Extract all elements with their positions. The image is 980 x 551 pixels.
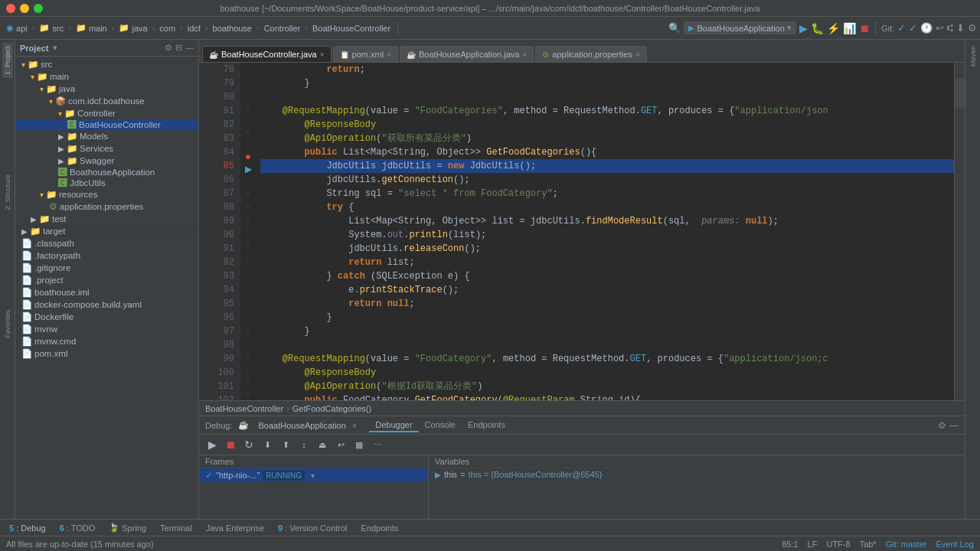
project-collapse-icon[interactable]: ⊟ xyxy=(175,43,182,53)
debug-rerun-icon[interactable]: ↻ xyxy=(240,436,257,453)
debug-step-over-icon[interactable]: ⬇ xyxy=(259,436,276,453)
debug-tab-debugger[interactable]: Debugger xyxy=(369,419,418,432)
profile-button[interactable]: 📊 xyxy=(843,22,856,34)
debug-stop-icon[interactable]: ⏹ xyxy=(222,436,239,453)
toolbar-boathouse-controller[interactable]: BoatHouseController xyxy=(309,22,394,34)
git-history-icon[interactable]: 🕐 xyxy=(920,22,933,34)
bottom-tab-todo[interactable]: 6 : TODO xyxy=(54,522,102,534)
toolbar-idcf[interactable]: idcf xyxy=(185,22,204,34)
tree-resources[interactable]: ▾ 📁 resources xyxy=(15,188,198,201)
debug-more-icon[interactable]: ⋯ xyxy=(369,436,386,453)
breadcrumb-controller[interactable]: BoatHouseController xyxy=(205,404,283,413)
tree-java[interactable]: ▾ 📁 java xyxy=(15,83,198,95)
status-event-log[interactable]: Event Log xyxy=(936,540,974,549)
minimize-button[interactable] xyxy=(20,4,29,13)
tree-app-properties[interactable]: ⚙ application.properties xyxy=(15,201,198,213)
project-settings-icon[interactable]: ⚙ xyxy=(165,43,172,53)
tree-docker-compose[interactable]: 📄 docker-compose.build.yaml xyxy=(15,298,198,311)
settings-icon[interactable]: ⚙ xyxy=(968,22,977,34)
toolbar-main[interactable]: 📁 main xyxy=(73,21,110,34)
code-editor[interactable]: return; } @RequestMapping(value = "FoodC… xyxy=(256,63,954,400)
tree-src[interactable]: ▾ 📁 src xyxy=(15,58,198,70)
coverage-button[interactable]: ⚡ xyxy=(827,22,840,34)
breadcrumb-method[interactable]: GetFoodCategories() xyxy=(292,404,371,413)
project-panel-toggle[interactable]: 1: Project xyxy=(2,43,13,78)
debug-step-into-icon[interactable]: ⬆ xyxy=(277,436,294,453)
toolbar-controller[interactable]: Controller xyxy=(261,22,304,34)
app-runner-dropdown[interactable]: ▶ BoaatHouseApplication ▾ xyxy=(684,21,795,34)
tree-mvnw-cmd[interactable]: 📄 mvnw.cmd xyxy=(15,335,198,347)
tab-boathouse-controller[interactable]: ☕ BoatHouseController.java × xyxy=(202,46,332,62)
minimap-scrollbar[interactable] xyxy=(954,63,965,400)
debug-run-cursor-icon[interactable]: ⏏ xyxy=(314,436,331,453)
toolbar-com[interactable]: com xyxy=(156,22,178,34)
tab-pom[interactable]: 📋 pom.xml × xyxy=(333,46,398,62)
toolbar-api[interactable]: ◉ api xyxy=(3,21,31,34)
tree-package[interactable]: ▾ 📦 com.idcf.boathouse xyxy=(15,95,198,107)
debug-minimize-icon[interactable]: — xyxy=(949,420,959,431)
tab-close-props[interactable]: × xyxy=(635,51,640,59)
git-update-icon[interactable]: ⬇ xyxy=(956,22,965,34)
tree-test[interactable]: ▶ 📁 test xyxy=(15,213,198,225)
tree-factorypath[interactable]: 📄 .factorypath xyxy=(15,249,198,262)
debug-run-button[interactable]: 🐛 xyxy=(811,22,824,34)
tree-main[interactable]: ▾ 📁 main xyxy=(15,70,198,83)
close-button[interactable] xyxy=(6,4,15,13)
toolbar-src[interactable]: 📁 src xyxy=(36,21,67,34)
debug-evaluate-icon[interactable]: ↩ xyxy=(332,436,349,453)
tree-gitignore[interactable]: 📄 .gitignore xyxy=(15,262,198,274)
structure-panel-toggle[interactable]: 2: Structure xyxy=(2,171,13,214)
git-branches-icon[interactable]: ⑆ xyxy=(947,22,953,34)
maven-panel-toggle[interactable]: Maven xyxy=(969,46,977,67)
tree-boathouse-controller[interactable]: 🅲 BoatHouseController xyxy=(15,119,198,130)
bottom-tab-spring[interactable]: 🍃 Spring xyxy=(103,521,152,534)
bottom-tab-terminal[interactable]: Terminal xyxy=(154,522,198,534)
tree-services[interactable]: ▶ 📁 Services xyxy=(15,142,198,155)
tree-boathouse-app[interactable]: 🅲 BoathouseApplication xyxy=(15,167,198,178)
tree-dockerfile[interactable]: 📄 Dockerfile xyxy=(15,311,198,323)
bottom-tab-java-enterprise[interactable]: Java Enterprise xyxy=(200,522,270,534)
tree-boathouse-iml[interactable]: 📄 boathouse.iml xyxy=(15,286,198,298)
title-bar: boathouse [~/Documents/WorkSpace/BoatHou… xyxy=(0,0,980,17)
run-button[interactable]: ▶ xyxy=(799,22,808,34)
tree-jdbc-utils[interactable]: 🅲 JdbcUtils xyxy=(15,178,198,188)
bottom-tab-version-control[interactable]: 9 : Version Control xyxy=(272,522,353,534)
tree-classpath[interactable]: 📄 .classpath xyxy=(15,237,198,249)
tab-close-pom[interactable]: × xyxy=(387,51,391,59)
tab-close-controller[interactable]: × xyxy=(320,51,325,59)
debug-tab-console[interactable]: Console xyxy=(419,419,462,432)
git-rollback-icon[interactable]: ↩ xyxy=(936,22,944,34)
maximize-button[interactable] xyxy=(34,4,43,13)
tab-boathouse-app[interactable]: ☕ BoatHouseApplication.java × xyxy=(400,46,534,62)
toolbar-java[interactable]: 📁 java xyxy=(116,21,150,34)
tree-controller-folder[interactable]: ▾ 📁 Controller xyxy=(15,107,198,119)
project-hide-icon[interactable]: — xyxy=(185,43,194,53)
debug-frames-icon[interactable]: ▦ xyxy=(351,436,368,453)
search-tool-icon[interactable]: 🔍 xyxy=(668,22,681,34)
tree-target[interactable]: ▶ 📁 target xyxy=(15,225,198,237)
tree-mvnw[interactable]: 📄 mvnw xyxy=(15,323,198,335)
debug-resume-icon[interactable]: ▶ xyxy=(204,436,220,453)
editor-content[interactable]: 78 79 80 81 82 83 84 85 86 87 88 89 90 9… xyxy=(199,63,965,400)
tree-models[interactable]: ▶ 📁 Models xyxy=(15,130,198,142)
status-git-branch[interactable]: Git: master xyxy=(886,540,927,549)
tree-pom[interactable]: 📄 pom.xml xyxy=(15,347,198,360)
favorites-panel-toggle[interactable]: Favorites xyxy=(2,307,13,341)
code-line-80 xyxy=(260,90,954,104)
tab-close-app[interactable]: × xyxy=(522,51,527,59)
variable-this[interactable]: ▶ this = this = {BoatHouseController@654… xyxy=(429,468,965,481)
debug-tab-endpoints[interactable]: Endpoints xyxy=(462,419,511,432)
bottom-tab-endpoints[interactable]: Endpoints xyxy=(355,522,405,534)
tab-app-properties[interactable]: ⚙ application.properties × xyxy=(535,46,646,62)
window-controls[interactable] xyxy=(6,4,43,13)
stop-button[interactable]: ⏹ xyxy=(859,22,870,34)
toolbar-boathouse[interactable]: boathouse xyxy=(210,22,255,34)
debug-settings-icon[interactable]: ⚙ xyxy=(938,420,946,431)
frame-item-1[interactable]: ✓ "http-nio-..." RUNNING ▾ xyxy=(199,468,428,482)
tree-project[interactable]: 📄 .project xyxy=(15,274,198,286)
window-title: boathouse [~/Documents/WorkSpace/BoatHou… xyxy=(220,4,760,13)
debug-step-out-icon[interactable]: ↕ xyxy=(296,436,312,453)
bottom-tab-debug[interactable]: 5 : Debug xyxy=(3,522,52,534)
tree-swagger[interactable]: ▶ 📁 Swagger xyxy=(15,155,198,167)
breakpoint-gutter[interactable] xyxy=(199,63,210,400)
